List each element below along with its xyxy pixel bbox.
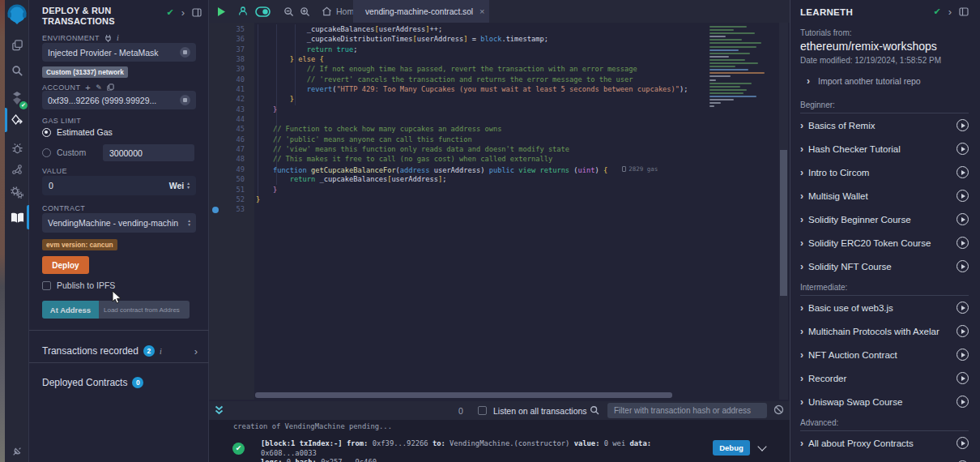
solidity-compiler-icon[interactable]: ✔ [5, 88, 29, 109]
info-icon[interactable]: i [117, 33, 119, 42]
transactions-recorded-row[interactable]: Transactions recorded 2 i › [42, 340, 198, 362]
file-tab[interactable]: vending-machine-contract.sol × [353, 0, 489, 23]
tutorial-item[interactable]: ›Hash Checker Tutorial [800, 137, 969, 160]
tutorial-item[interactable]: ›Solidity Beginner Course [800, 207, 969, 231]
publish-ipfs-row[interactable]: Publish to IPFS [42, 280, 115, 290]
expand-tx-icon[interactable] [757, 442, 766, 451]
play-tutorial-button[interactable] [957, 260, 969, 272]
play-tutorial-button[interactable] [957, 213, 969, 225]
file-explorer-icon[interactable] [5, 34, 29, 55]
pin-panel-icon[interactable] [959, 7, 969, 16]
debug-button[interactable]: Debug [713, 440, 750, 456]
info-icon[interactable]: i [160, 347, 162, 356]
learneth-icon[interactable] [5, 207, 29, 229]
remixai-assistant-icon[interactable] [237, 6, 249, 17]
tutorial-item[interactable]: ›Recorder [800, 366, 969, 390]
listen-all-transactions[interactable]: Listen on all transactions [478, 406, 587, 416]
radio-selected-icon[interactable] [42, 128, 51, 137]
expand-terminal-icon[interactable] [214, 404, 224, 418]
play-tutorial-button[interactable] [957, 349, 969, 361]
code-line[interactable]: 51 } [209, 185, 744, 195]
listen-checkbox[interactable] [478, 406, 487, 415]
editor-vertical-scrollbar[interactable] [779, 23, 788, 400]
chevron-right-icon[interactable]: › [194, 345, 198, 357]
code-line[interactable]: 43 } [209, 105, 744, 114]
radio-unselected-icon[interactable] [42, 148, 51, 157]
code-line[interactable]: 50 return _cupcakeBalances[userAddress]; [209, 174, 744, 184]
code-line[interactable]: 49 function getCupcakeBalanceFor(address… [209, 165, 744, 174]
search-icon[interactable] [5, 60, 29, 81]
play-tutorial-button[interactable] [957, 237, 969, 249]
editor-minimap[interactable] [706, 23, 768, 400]
code-line[interactable]: 41 revert("HTTP 429: Too Many Cupcakes (… [209, 84, 744, 94]
play-tutorial-button[interactable] [957, 302, 969, 314]
tutorial-item[interactable]: ›Deploying with Libraries [800, 455, 969, 462]
code-line[interactable]: 53 [209, 204, 744, 214]
code-editor[interactable]: 35 _cupcakeBalances[userAddress]++;36 _c… [209, 23, 790, 400]
plugin-manager-icon[interactable] [5, 182, 29, 203]
pin-panel-icon[interactable] [192, 8, 202, 17]
tutorial-item[interactable]: ›Multisig Wallet [800, 184, 969, 207]
deploy-button[interactable]: Deploy [42, 256, 89, 274]
breakpoint-dot[interactable] [212, 207, 219, 213]
play-tutorial-button[interactable] [957, 166, 969, 178]
zoom-in-icon[interactable] [300, 6, 310, 17]
value-unit-select[interactable]: Wei▴▾ [169, 181, 190, 190]
play-tutorial-button[interactable] [957, 119, 969, 131]
code-line[interactable]: 44 [209, 114, 744, 124]
play-tutorial-button[interactable] [957, 143, 969, 155]
code-line[interactable]: 38 } else { [209, 54, 744, 64]
import-tutorial-repo[interactable]: › Import another tutorial repo [807, 76, 969, 86]
filter-transactions-input[interactable] [607, 403, 767, 418]
deployed-contracts-row[interactable]: Deployed Contracts 0 [42, 371, 198, 394]
play-tutorial-button[interactable] [957, 325, 969, 337]
terminal-output[interactable]: creation of VendingMachine pending... ✔ … [209, 420, 790, 462]
unit-spinner-icon[interactable]: ▴▾ [187, 182, 190, 189]
code-line[interactable]: 52} [209, 195, 744, 204]
close-tab-icon[interactable]: × [479, 6, 484, 16]
editor-horizontal-scrollbar[interactable] [255, 392, 672, 398]
code-line[interactable]: 37 return true; [209, 45, 744, 54]
tutorial-item[interactable]: ›NFT Auction Contract [800, 343, 969, 366]
code-line[interactable]: 39 // If not enough time has passed, rev… [209, 64, 744, 74]
code-line[interactable]: 40 // 'revert' cancels the transaction a… [209, 75, 744, 84]
debugger-icon[interactable] [5, 138, 29, 159]
copy-env-icon[interactable] [180, 47, 190, 58]
run-script-button[interactable] [217, 6, 226, 17]
tutorial-item[interactable]: ›All about Proxy Contracts [800, 431, 969, 455]
tutorial-item[interactable]: ›Solidity ERC20 Token Course [800, 231, 969, 255]
tutorial-item[interactable]: ›Intro to Circom [800, 160, 969, 184]
custom-gas-input[interactable] [103, 144, 194, 161]
code-line[interactable]: 42 } [209, 94, 744, 104]
collapse-panel-icon[interactable]: › [948, 8, 952, 16]
custom-gas-radio[interactable]: Custom [42, 148, 86, 157]
collapse-panel-icon[interactable]: › [181, 9, 185, 17]
tutorial-item[interactable]: ›Solidity NFT Course [800, 255, 969, 278]
remixai-toggle-icon[interactable] [255, 6, 271, 17]
zoom-out-icon[interactable] [283, 6, 294, 17]
tutorial-item[interactable]: ›Basic use of web3.js [800, 296, 969, 319]
plug-icon[interactable] [104, 34, 112, 42]
environment-select[interactable]: Injected Provider - MetaMask [42, 43, 196, 62]
clear-console-icon[interactable] [773, 404, 784, 418]
play-tutorial-button[interactable] [957, 372, 969, 384]
play-tutorial-button[interactable] [957, 190, 969, 202]
play-tutorial-button[interactable] [957, 437, 969, 449]
transaction-log[interactable]: [block:1 txIndex:-] from: 0xf39...92266 … [261, 439, 706, 462]
code-line[interactable]: 46 // 'public' means anyone can call thi… [209, 135, 744, 144]
code-line[interactable]: 35 _cupcakeBalances[userAddress]++; [209, 24, 744, 34]
plugin-connector-icon[interactable] [5, 441, 29, 462]
copy-address-icon[interactable] [180, 95, 190, 105]
tutorial-item[interactable]: ›Multichain Protocols with Axelar [800, 319, 969, 343]
account-select[interactable]: 0xf39...92266 (9999.99929... [42, 91, 196, 109]
publish-ipfs-checkbox[interactable] [42, 281, 51, 290]
scrollbar-thumb[interactable] [780, 150, 787, 296]
code-line[interactable]: 48 // This makes it free to call (no gas… [209, 154, 744, 164]
remix-logo[interactable] [6, 3, 28, 26]
solidity-analyzers-icon[interactable] [5, 159, 29, 180]
value-input[interactable] [49, 181, 121, 190]
tutorial-item[interactable]: ›Uniswap Swap Course [800, 390, 969, 413]
deploy-run-icon[interactable] [5, 110, 29, 131]
code-line[interactable]: 36 _cupcakeDistributionTimes[userAddress… [209, 34, 744, 44]
tutorial-item[interactable]: ›Basics of Remix [800, 113, 969, 137]
